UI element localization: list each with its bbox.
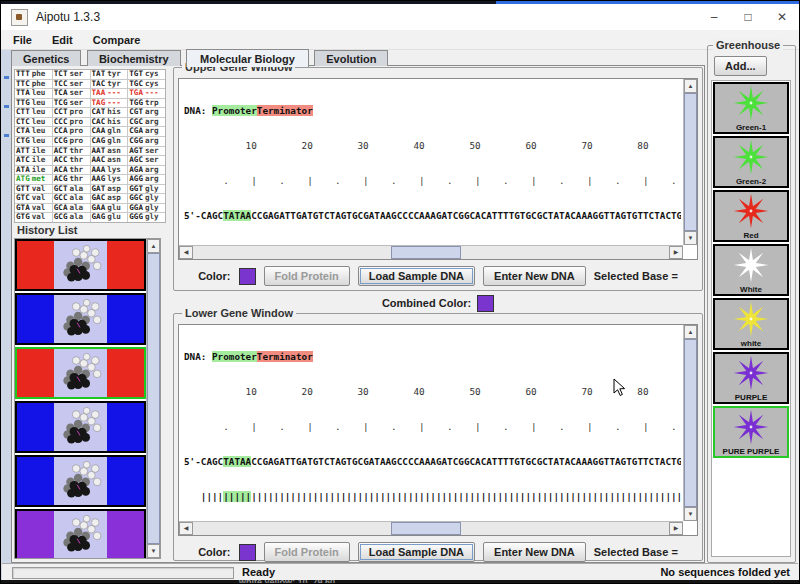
scrollbar-thumb[interactable] xyxy=(391,522,461,535)
protein-blob-panel xyxy=(54,511,107,559)
load-sample-dna-button[interactable]: Load Sample DNA xyxy=(358,542,475,562)
codon-cell: AGCser xyxy=(128,156,165,165)
lower-vertical-scrollbar[interactable]: ▲ ▼ xyxy=(683,325,697,521)
scrollbar-thumb[interactable] xyxy=(684,93,697,231)
history-row-selected[interactable] xyxy=(15,347,146,399)
lower-gene-window-title: Lower Gene Window xyxy=(182,307,296,319)
greenhouse-item-white[interactable]: White xyxy=(713,244,789,296)
sequence-segment: ||||||||||||||||||||||||||||||||||||||||… xyxy=(251,491,681,502)
scroll-up-icon[interactable]: ▲ xyxy=(684,325,697,339)
upper-gene-window: Upper Gene Window DNA: PromoterTerminato… xyxy=(173,67,703,291)
maximize-button[interactable]: □ xyxy=(731,4,765,30)
codon-cell: CAGgln xyxy=(91,137,128,146)
protein-blob-panel xyxy=(54,349,107,397)
ticks-line: . | . | . | . | . | . | . | . | . xyxy=(184,420,681,433)
codon-cell: TAG--- xyxy=(91,99,128,108)
dna-line: DNA: PromoterTerminator xyxy=(184,104,681,117)
sequence-segment: TATAA xyxy=(223,456,251,467)
history-row[interactable] xyxy=(15,455,146,507)
upper-horizontal-scrollbar[interactable]: ◀ ▶ xyxy=(179,245,683,259)
scroll-down-icon[interactable]: ▼ xyxy=(684,231,697,245)
scrollbar-thumb[interactable] xyxy=(684,339,697,507)
enter-new-dna-button[interactable]: Enter New DNA xyxy=(483,266,586,286)
codon-cell: CAChis xyxy=(91,118,128,127)
upper-vertical-scrollbar[interactable]: ▲ ▼ xyxy=(683,79,697,245)
codon-cell: TCCser xyxy=(53,80,90,89)
sequence-segment: CCGAGATTGATGTCTAGTGCGATAAGCCCCAAAGATCGGC… xyxy=(251,456,681,467)
greenhouse-list: Green-1 Green-2 Red White white PURPLE xyxy=(711,80,791,557)
menu-item-edit[interactable]: Edit xyxy=(52,34,73,46)
tab-genetics[interactable]: Genetics xyxy=(11,50,81,66)
menu-bar: File Edit Compare xyxy=(1,30,799,50)
codon-cell: TTCphe xyxy=(15,80,52,89)
greenhouse-item-white-yellow[interactable]: white xyxy=(713,298,789,350)
codon-cell: ACAthr xyxy=(53,166,90,175)
greenhouse-item-red[interactable]: Red xyxy=(713,190,789,242)
add-button[interactable]: Add... xyxy=(714,56,767,76)
greenhouse-item-pure-purple[interactable]: PURE PURPLE xyxy=(713,406,789,458)
codon-cell: CGCarg xyxy=(128,118,165,127)
history-row[interactable] xyxy=(15,509,146,559)
scroll-right-icon[interactable]: ▶ xyxy=(669,246,683,259)
protein-blob xyxy=(57,297,103,337)
history-row[interactable] xyxy=(15,401,146,453)
menu-item-file[interactable]: File xyxy=(13,34,32,46)
codon-cell: ATCile xyxy=(15,156,52,165)
codon-cell: AATasn xyxy=(91,147,128,156)
scrollbar-thumb[interactable] xyxy=(147,253,160,544)
strand5-line[interactable]: 5'-CAGCTATAACCGAGATTGATGTCTAGTGCGATAAGCC… xyxy=(184,209,681,222)
load-sample-dna-button[interactable]: Load Sample DNA xyxy=(358,266,475,286)
ruler-line: 10 20 30 40 50 60 70 80 xyxy=(184,385,681,398)
upper-sequence-viewport[interactable]: DNA: PromoterTerminator 10 20 30 40 50 6… xyxy=(178,78,698,260)
greenhouse-item-green-1[interactable]: Green-1 xyxy=(713,82,789,134)
scrollbar-thumb[interactable] xyxy=(391,246,461,259)
strand5-line[interactable]: 5'-CAGCTATAACCGAGATTGATGTCTAGTGCGATAAGCC… xyxy=(184,455,681,468)
codon-cell: CTAleu xyxy=(15,127,52,136)
tab-biochemistry[interactable]: Biochemistry xyxy=(87,50,181,66)
scroll-left-icon[interactable]: ◀ xyxy=(179,522,193,535)
flower-icon xyxy=(733,193,769,229)
codon-cell: GTAval xyxy=(15,204,52,213)
menu-item-compare[interactable]: Compare xyxy=(93,34,141,46)
codon-cell: TTAleu xyxy=(15,89,52,98)
greenhouse-item-purple[interactable]: PURPLE xyxy=(713,352,789,404)
combined-color-label: Combined Color: xyxy=(382,297,471,309)
codon-cell: GTTval xyxy=(15,185,52,194)
codon-cell: GCCala xyxy=(53,194,90,203)
ticks-line: . | . | . | . | . | . | . | . | . xyxy=(184,174,681,187)
codon-cell: TATtyr xyxy=(91,70,128,79)
enter-new-dna-button[interactable]: Enter New DNA xyxy=(483,542,586,562)
status-field xyxy=(12,567,234,579)
minimize-button[interactable]: – xyxy=(697,4,731,30)
history-scrollbar[interactable]: ▲ ▼ xyxy=(146,239,160,558)
codon-cell: GGTgly xyxy=(128,185,165,194)
history-row[interactable] xyxy=(15,293,146,345)
codon-cell: GATasp xyxy=(91,185,128,194)
scroll-down-icon[interactable]: ▼ xyxy=(684,507,697,521)
codon-cell: GTCval xyxy=(15,194,52,203)
codon-cell: ACTthr xyxy=(53,147,90,156)
sequence-segment: ||||| xyxy=(223,491,251,502)
scroll-up-icon[interactable]: ▲ xyxy=(147,239,160,253)
scroll-up-icon[interactable]: ▲ xyxy=(684,79,697,93)
greenhouse-item-green-2[interactable]: Green-2 xyxy=(713,136,789,188)
codon-cell: GAAglu xyxy=(91,204,128,213)
lower-horizontal-scrollbar[interactable]: ◀ ▶ xyxy=(179,521,683,535)
lower-sequence-viewport[interactable]: DNA: PromoterTerminator 10 20 30 40 50 6… xyxy=(178,324,698,536)
protein-blob-panel xyxy=(54,295,107,343)
codon-cell: CCTpro xyxy=(53,108,90,117)
codon-cell: CGGarg xyxy=(128,137,165,146)
scroll-left-icon[interactable]: ◀ xyxy=(179,246,193,259)
codon-cell: TCTser xyxy=(53,70,90,79)
codon-table: TTTpheTCTserTATtyrTGTcysTTCpheTCCserTACt… xyxy=(14,69,166,223)
scroll-down-icon[interactable]: ▼ xyxy=(147,544,160,558)
tab-evolution[interactable]: Evolution xyxy=(314,50,388,66)
codon-cell: CAAgln xyxy=(91,127,128,136)
scroll-right-icon[interactable]: ▶ xyxy=(669,522,683,535)
history-row[interactable] xyxy=(15,239,146,291)
color-label: Color: xyxy=(198,270,230,282)
fold-protein-button[interactable]: Fold Protein xyxy=(264,266,350,286)
tab-molecular-biology[interactable]: Molecular Biology xyxy=(186,49,309,67)
fold-protein-button[interactable]: Fold Protein xyxy=(264,542,350,562)
close-button[interactable]: ✕ xyxy=(765,4,799,30)
